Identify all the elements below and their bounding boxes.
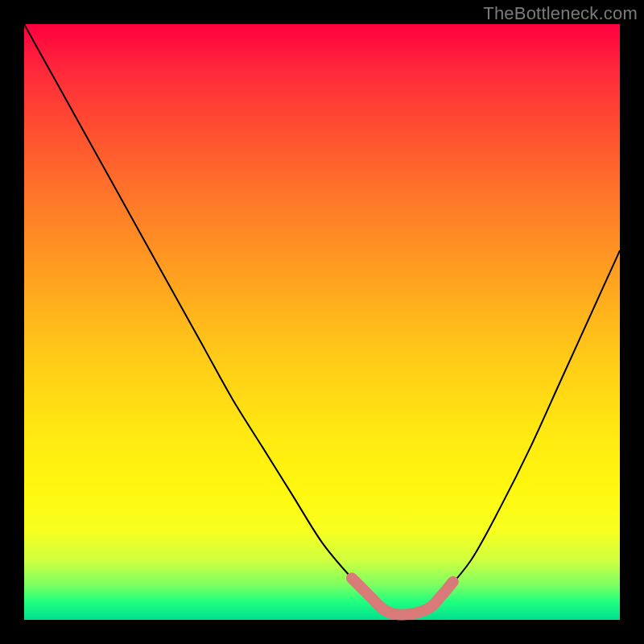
bottleneck-chart [24,24,620,620]
bottleneck-curve-line [24,24,620,615]
chart-svg [24,24,620,620]
watermark-text: TheBottleneck.com [483,3,638,24]
optimal-range-highlight [352,578,453,614]
